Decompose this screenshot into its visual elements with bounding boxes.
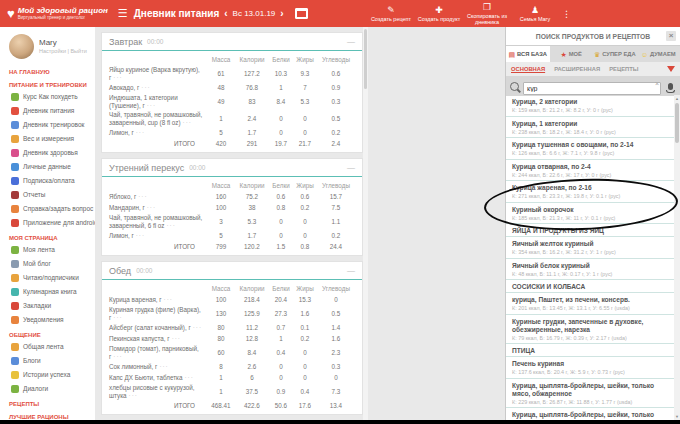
subtab-основная[interactable]: ОСНОВНАЯ	[511, 66, 545, 72]
row-menu-icon[interactable]: ···	[129, 392, 138, 399]
copy-from-diary-button[interactable]: ❐Скопировать из дневника	[464, 2, 510, 25]
food-row[interactable]: Чай, травяной, не ромашковый, заваренный…	[109, 213, 355, 230]
row-menu-icon[interactable]: ···	[159, 363, 168, 370]
clear-search-icon[interactable]: ×	[655, 79, 659, 88]
search-result-item[interactable]: Курица, 1 категорииК: 238 ккал, Б: 18.2 …	[506, 117, 674, 139]
close-icon[interactable]: ×	[666, 31, 676, 41]
meal-time[interactable]: 00:00	[136, 267, 152, 274]
sidebar-item[interactable]: Блоги	[0, 354, 95, 368]
filter-icon[interactable]	[667, 66, 675, 72]
sidebar-item[interactable]: Диалоги	[0, 382, 95, 396]
food-row[interactable]: Яблоко, г···16075.20.60.615.7	[109, 191, 355, 202]
food-row[interactable]: хлебцы рисовые с кукурузой, штука···137.…	[109, 383, 355, 400]
row-menu-icon[interactable]: ···	[113, 353, 122, 360]
create-recipe-button[interactable]: ✎Создать рецепт	[368, 5, 414, 22]
meal-time[interactable]: 00:00	[147, 38, 163, 45]
next-day-button[interactable]: ›	[280, 8, 283, 19]
sidebar-section-label[interactable]: ЛУЧШИЕ РАЦИОНЫ	[0, 409, 95, 420]
microphone-icon[interactable]	[668, 83, 673, 90]
search-result-item[interactable]: Печень куринаяК: 137.6 ккал, Б: 20.4 г, …	[506, 357, 674, 379]
subtab-расширенная[interactable]: РАСШИРЕННАЯ	[554, 66, 600, 72]
scroll-down-icon[interactable]: ▼	[674, 414, 680, 419]
food-row[interactable]: Капс ДХ Бьюти, таблетка···16000	[109, 372, 355, 383]
sidebar-section-label[interactable]: МОЯ СТРАНИЦА	[0, 230, 95, 243]
results-scrollbar[interactable]: ▲ ▼	[674, 95, 680, 420]
sidebar-section-label[interactable]: РЕЦЕПТЫ	[0, 396, 95, 409]
sidebar-item[interactable]: Моя лента	[0, 243, 95, 257]
row-menu-icon[interactable]: ···	[184, 374, 193, 381]
sidebar-item[interactable]: Вес и измерения	[0, 132, 95, 146]
sidebar-item[interactable]: Мой блог	[0, 257, 95, 271]
row-menu-icon[interactable]: ···	[147, 102, 156, 109]
avatar[interactable]	[9, 34, 34, 59]
row-menu-icon[interactable]: ···	[147, 204, 156, 211]
food-row[interactable]: Яйцо куриное (Варка вкрутую), г···61127.…	[109, 65, 355, 82]
sidebar-item[interactable]: Курс Как похудеть	[0, 90, 95, 104]
tab-вся-база[interactable]: ▤ВСЯ БАЗА	[506, 46, 550, 62]
search-input[interactable]	[523, 82, 661, 95]
food-row[interactable]: Курица вареная, г···100218.420.415.30	[109, 294, 355, 305]
food-row[interactable]: Айсберг (салат кочанный), г···8011.20.70…	[109, 322, 355, 333]
row-menu-icon[interactable]: ···	[113, 74, 122, 81]
tab-моё[interactable]: ★МОЁ	[550, 46, 594, 62]
calendar-icon[interactable]	[295, 8, 308, 19]
row-menu-icon[interactable]: ···	[136, 129, 145, 136]
sidebar-item[interactable]: Подписка/оплата	[0, 174, 95, 188]
family-button[interactable]: ♟Семья Mary	[512, 5, 558, 22]
food-row[interactable]: Мандарин, г···100380.80.27.5	[109, 202, 355, 213]
collapse-icon[interactable]: —	[347, 164, 355, 172]
sidebar-item[interactable]: Дневник здоровья	[0, 146, 95, 160]
meal-time[interactable]: 00:00	[189, 164, 205, 171]
app-logo[interactable]: ♥ Мой здоровый рацион Виртуальный тренер…	[0, 7, 114, 21]
scroll-up-icon[interactable]: ▲	[674, 96, 680, 101]
sidebar-item[interactable]: Отчеты	[0, 188, 95, 202]
create-product-button[interactable]: ✚Создать продукт	[416, 5, 462, 22]
sidebar-item[interactable]: Уведомления	[0, 313, 95, 327]
sidebar-item[interactable]: Общая лента	[0, 340, 95, 354]
food-row[interactable]: Индюшата, 1 категории (Тушение), г···498…	[109, 93, 355, 110]
row-menu-icon[interactable]: ···	[164, 296, 173, 303]
row-menu-icon[interactable]: ···	[166, 222, 175, 229]
search-result-item[interactable]: Курица, 2 категорииК: 159 ккал, Б: 21.2 …	[506, 95, 674, 117]
food-row[interactable]: Пекинская капуста, г···8012.810.21.6	[109, 333, 355, 344]
search-result-item[interactable]: Куриный окорочокК: 185 ккал, Б: 21.3 г, …	[506, 203, 674, 225]
search-result-item[interactable]: Яичный желток куриныйК: 354 ккал, Б: 16.…	[506, 237, 674, 259]
row-menu-icon[interactable]: ···	[136, 232, 145, 239]
sidebar-item[interactable]: Дневник питания	[0, 104, 95, 118]
search-result-item[interactable]: Куриные грудки, запеченные в духовке, об…	[506, 315, 674, 345]
sidebar-item[interactable]: Закладки	[0, 299, 95, 313]
sidebar-item[interactable]: Читаю/подписчики	[0, 271, 95, 285]
sidebar-item[interactable]: Истории успеха	[0, 368, 95, 382]
search-result-item[interactable]: Курица жареная, по 2-16К: 271 ккал, Б: 2…	[506, 181, 674, 203]
row-menu-icon[interactable]: ···	[172, 335, 181, 342]
search-result-item[interactable]: Курица, цыплята-бройлеры, шейки, только …	[506, 379, 674, 409]
row-menu-icon[interactable]: ···	[193, 324, 202, 331]
food-row[interactable]: Авокадо, г···4876.8170.9	[109, 82, 355, 93]
search-result-item[interactable]: Курица отварная, по 2-4К: 244 ккал, Б: 2…	[506, 160, 674, 182]
more-menu-icon[interactable]: ⋮	[562, 10, 672, 18]
collapse-icon[interactable]: —	[347, 38, 355, 46]
search-result-item[interactable]: курица, Паштет, из печени, консерв.К: 20…	[506, 293, 674, 315]
row-menu-icon[interactable]: ···	[138, 193, 147, 200]
user-links[interactable]: Настройки | Выйти	[39, 48, 87, 55]
search-result-item[interactable]: Курица, цыплята-бройлеры, шейки, только …	[506, 408, 674, 420]
food-row[interactable]: Лимон, г···51.7000.2	[109, 230, 355, 241]
sidebar-section-label[interactable]: ПИТАНИЕ И ТРЕНИРОВКИ	[0, 77, 95, 90]
row-menu-icon[interactable]: ···	[141, 84, 150, 91]
sidebar-section-label[interactable]: ОБЩЕНИЕ	[0, 327, 95, 340]
food-row[interactable]: Сок лимонный, г···82.6000.3	[109, 361, 355, 372]
search-result-item[interactable]: Курица тушенная с овощами, по 2-14К: 126…	[506, 138, 674, 160]
tab-супер-еда[interactable]: ♛СУПЕР ЕДА	[593, 46, 637, 62]
row-menu-icon[interactable]: ···	[183, 119, 192, 126]
prev-day-button[interactable]: ‹	[224, 8, 227, 19]
tab-думаем[interactable]: ☺ДУМАЕМ	[637, 46, 680, 62]
sidebar-item[interactable]: Приложение для android	[0, 216, 95, 230]
sidebar-item[interactable]: Справка/задать вопрос	[0, 202, 95, 216]
sidebar-item[interactable]: Дневник тренировок	[0, 118, 95, 132]
food-row[interactable]: Помидор (томат), парниковый, г···608.40.…	[109, 344, 355, 361]
sidebar-section-label[interactable]: НА ГЛАВНУЮ	[0, 64, 95, 77]
subtab-рецепты[interactable]: РЕЦЕПТЫ	[609, 66, 638, 72]
main-scrollbar[interactable]	[363, 27, 368, 420]
search-result-item[interactable]: Яичный белок куриныйК: 48 ккал, Б: 11.1 …	[506, 259, 674, 281]
food-row[interactable]: Куриная грудка (филе) (Варка), г···13012…	[109, 305, 355, 322]
